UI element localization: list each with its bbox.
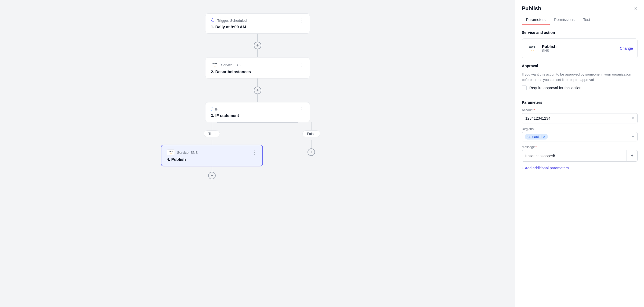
aws-logo-sns: aws ⌣	[167, 149, 175, 155]
ec2-step: 2. DescribeInstances	[211, 69, 304, 74]
message-wrapper: +	[522, 150, 638, 162]
approval-title: Approval	[522, 64, 638, 68]
account-input[interactable]	[522, 113, 637, 123]
publish-node[interactable]: aws ⌣ Service: SNS ⋮ 4. Publish	[161, 145, 263, 166]
regions-wrapper[interactable]: us-east-1 × ▼	[522, 132, 638, 141]
divider-1	[522, 96, 638, 96]
if-step: 3. IF statement	[211, 113, 304, 118]
panel-content: Service and action aws ⌣ Publish SNS Cha…	[515, 25, 644, 307]
trigger-label: Trigger: Scheduled	[217, 19, 247, 23]
account-required: *	[534, 109, 535, 112]
regions-field-group: Regions us-east-1 × ▼	[522, 127, 638, 141]
regions-dropdown-arrow: ▼	[631, 135, 635, 139]
right-panel: Publish × Parameters Permissions Test Se…	[515, 0, 644, 307]
approval-description: If you want this action to be approved b…	[522, 72, 638, 82]
account-input-wrapper: ▼	[522, 113, 638, 123]
ec2-node[interactable]: aws ⌣ Service: EC2 ⋮ 2. DescribeInstance…	[205, 57, 310, 78]
approval-checkbox-label: Require approval for this action	[529, 86, 581, 90]
add-params-label: + Add additional parameters	[522, 166, 569, 170]
workflow-container: ⏱ Trigger: Scheduled ⋮ 1. Daily at 9:00 …	[150, 13, 365, 179]
true-v-line	[212, 122, 212, 130]
region-tag-us-east-1: us-east-1 ×	[525, 134, 548, 140]
branch-h-line	[217, 122, 298, 123]
service-text: Publish SNS	[542, 44, 556, 53]
connector-1	[257, 34, 258, 42]
if-label: IF	[215, 107, 218, 111]
params-section: Parameters Account * ▼ Regions	[522, 100, 638, 170]
tabs-bar: Parameters Permissions Test	[515, 15, 644, 25]
if-menu[interactable]: ⋮	[299, 107, 304, 112]
false-label: False	[302, 130, 320, 137]
trigger-menu[interactable]: ⋮	[299, 18, 304, 23]
timer-icon: ⏱	[211, 18, 215, 23]
if-node[interactable]: ⤴ IF ⋮ 3. IF statement	[205, 102, 310, 122]
branch-columns: True aws ⌣ Service: SNS	[177, 122, 338, 179]
change-button[interactable]: Change	[620, 46, 633, 51]
true-branch: True aws ⌣ Service: SNS	[177, 122, 247, 179]
false-v-line	[311, 122, 312, 130]
region-tag-close[interactable]: ×	[543, 135, 545, 139]
canvas-area: ⏱ Trigger: Scheduled ⋮ 1. Daily at 9:00 …	[0, 0, 515, 307]
add-btn-false[interactable]: +	[307, 148, 315, 156]
true-label: True	[204, 130, 220, 137]
panel-header: Publish ×	[515, 0, 644, 12]
add-btn-1[interactable]: +	[254, 42, 261, 49]
service-name: Publish	[542, 44, 556, 49]
regions-label: Regions	[522, 127, 638, 131]
message-plus-btn[interactable]: +	[627, 150, 637, 161]
params-title: Parameters	[522, 100, 638, 105]
trigger-step: 1. Daily at 9:00 AM	[211, 24, 304, 29]
connector-4	[257, 94, 258, 102]
publish-label: Service: SNS	[177, 151, 198, 155]
close-button[interactable]: ×	[634, 6, 638, 12]
aws-logo-ec2: aws ⌣	[211, 62, 219, 68]
panel-title: Publish	[522, 5, 541, 12]
add-params-btn[interactable]: + Add additional parameters	[522, 166, 638, 170]
approval-checkbox-row: Require approval for this action	[522, 85, 638, 90]
approval-checkbox[interactable]	[522, 85, 527, 90]
false-branch: False +	[284, 122, 338, 156]
if-icon: ⤴	[211, 107, 213, 112]
connector-3	[257, 78, 258, 87]
trigger-node[interactable]: ⏱ Trigger: Scheduled ⋮ 1. Daily at 9:00 …	[205, 13, 310, 34]
add-btn-true[interactable]: +	[208, 172, 216, 179]
message-input[interactable]	[522, 151, 627, 161]
account-label: Account *	[522, 108, 638, 112]
service-info: aws ⌣ Publish SNS	[526, 42, 556, 54]
service-sub: SNS	[542, 49, 556, 53]
ec2-menu[interactable]: ⋮	[299, 62, 304, 67]
connector-2	[257, 49, 258, 57]
add-btn-2[interactable]: +	[254, 87, 261, 94]
tab-permissions[interactable]: Permissions	[550, 15, 579, 25]
service-card: aws ⌣ Publish SNS Change	[522, 38, 638, 58]
tab-test[interactable]: Test	[579, 15, 595, 25]
message-required: *	[536, 145, 537, 149]
publish-menu[interactable]: ⋮	[252, 150, 257, 155]
approval-section: Approval If you want this action to be a…	[522, 64, 638, 90]
aws-logo-panel: aws ⌣	[526, 42, 538, 54]
ec2-label: Service: EC2	[221, 63, 241, 67]
branch-wrapper: True aws ⌣ Service: SNS	[177, 122, 338, 179]
tab-parameters[interactable]: Parameters	[522, 15, 550, 25]
publish-step: 4. Publish	[167, 157, 257, 162]
service-section-title: Service and action	[522, 30, 638, 35]
message-field-group: Message * +	[522, 145, 638, 162]
account-field-group: Account * ▼	[522, 108, 638, 123]
message-label: Message *	[522, 145, 638, 149]
